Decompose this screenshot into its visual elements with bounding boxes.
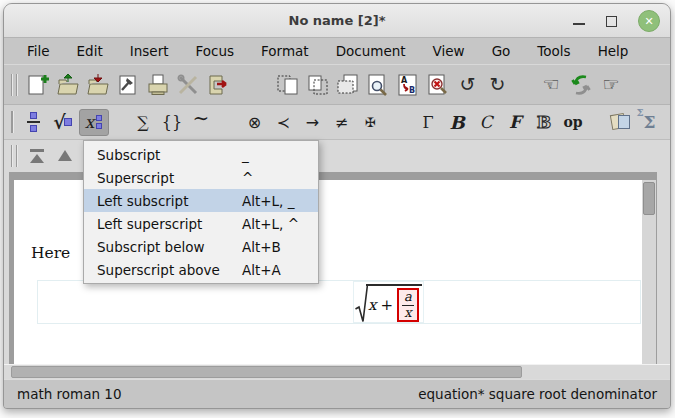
denominator: x bbox=[402, 306, 413, 320]
prec-button[interactable]: ≺ bbox=[271, 109, 297, 136]
menu-bar: File Edit Insert Focus Format Document V… bbox=[4, 38, 670, 64]
equation-environment[interactable]: x + a x bbox=[37, 280, 641, 324]
spell-check-button[interactable] bbox=[425, 71, 450, 98]
redo-button[interactable]: ↻ bbox=[485, 71, 510, 98]
plus-operator: + bbox=[380, 296, 393, 314]
menu-item-subscript[interactable]: Subscript _ bbox=[84, 143, 318, 166]
open-document-button[interactable] bbox=[56, 71, 81, 98]
menu-format[interactable]: Format bbox=[261, 43, 309, 59]
top-triangle-icon bbox=[28, 148, 46, 164]
greek-style-button[interactable]: Γ bbox=[415, 109, 441, 136]
menu-item-superscript[interactable]: Superscript ^ bbox=[84, 166, 318, 189]
fraktur-style-button[interactable]: F bbox=[502, 109, 528, 136]
replace-b-label: B bbox=[409, 86, 415, 95]
bold-b-icon: B bbox=[449, 112, 464, 133]
previous-button[interactable] bbox=[53, 144, 77, 168]
menu-item-left-superscript[interactable]: Left superscript Alt+L, ^ bbox=[84, 212, 318, 235]
operator-style-button[interactable]: op bbox=[560, 109, 586, 136]
neq-button[interactable]: ≠ bbox=[329, 109, 355, 136]
tools-icon bbox=[176, 73, 200, 97]
menu-view[interactable]: View bbox=[433, 43, 465, 59]
blackboard-style-button[interactable]: B bbox=[531, 109, 557, 136]
search-button[interactable] bbox=[365, 71, 390, 98]
menu-go[interactable]: Go bbox=[492, 43, 511, 59]
toolbar-grip[interactable] bbox=[11, 111, 13, 133]
minimize-button[interactable] bbox=[573, 23, 585, 25]
large-operator-button[interactable]: ΣΣ bbox=[637, 109, 663, 136]
arrow-button[interactable]: → bbox=[300, 109, 326, 136]
customize-math-button[interactable]: Σ bbox=[666, 109, 672, 136]
redo-icon: ↻ bbox=[490, 75, 506, 94]
cut-button[interactable] bbox=[335, 71, 360, 98]
document-text[interactable]: Here bbox=[31, 244, 70, 262]
vertical-scrollbar-thumb[interactable] bbox=[643, 182, 655, 215]
braces-button[interactable]: {} bbox=[159, 109, 185, 136]
scripts-button[interactable]: x bbox=[79, 109, 109, 136]
arrow-icon: → bbox=[306, 113, 319, 132]
accent-icon: ∼ bbox=[193, 106, 210, 130]
style-document-button[interactable] bbox=[116, 71, 141, 98]
save-document-button[interactable] bbox=[86, 71, 111, 98]
menu-item-subscript-below[interactable]: Subscript below Alt+B bbox=[84, 235, 318, 258]
menu-document[interactable]: Document bbox=[336, 43, 406, 59]
maximize-button[interactable] bbox=[606, 16, 617, 27]
reload-button[interactable] bbox=[569, 71, 594, 98]
op-icon: op bbox=[563, 114, 582, 130]
otimes-button[interactable]: ⊗ bbox=[242, 109, 268, 136]
blackboard-b-icon: B bbox=[537, 112, 551, 132]
paste-icon bbox=[306, 73, 330, 97]
preferences-button[interactable] bbox=[176, 71, 201, 98]
menu-insert[interactable]: Insert bbox=[130, 43, 169, 59]
save-document-icon bbox=[86, 73, 110, 97]
calligraphic-style-button[interactable]: C bbox=[473, 109, 499, 136]
menu-item-superscript-above[interactable]: Superscript above Alt+A bbox=[84, 258, 318, 281]
shortcut-label: ^ bbox=[242, 170, 253, 186]
math-toolbar: √ x ∑ {} ∼ ⊗ ≺ → ≠ ✠ Γ B C F B op ΣΣ bbox=[4, 104, 670, 139]
menu-tools[interactable]: Tools bbox=[537, 43, 570, 59]
prec-icon: ≺ bbox=[277, 113, 290, 132]
undo-button[interactable]: ↺ bbox=[455, 71, 480, 98]
forward-button[interactable]: ☞ bbox=[599, 71, 624, 98]
menu-item-left-subscript[interactable]: Left subscript Alt+L, _ bbox=[84, 189, 318, 212]
search-icon bbox=[366, 73, 390, 97]
export-button[interactable] bbox=[206, 71, 231, 98]
sum-icon: ∑ bbox=[137, 113, 148, 132]
texmacs-window: No name [2]* ✕ File Edit Insert Focus Fo… bbox=[3, 3, 671, 409]
shortcut-label: Alt+L, _ bbox=[242, 193, 294, 209]
vertical-scrollbar[interactable] bbox=[642, 180, 656, 364]
reload-icon bbox=[569, 73, 593, 97]
undo-icon: ↺ bbox=[460, 75, 476, 94]
paste-button[interactable] bbox=[305, 71, 330, 98]
horizontal-scrollbar[interactable] bbox=[4, 364, 670, 379]
horizontal-scrollbar-thumb[interactable] bbox=[11, 366, 522, 378]
new-document-button[interactable] bbox=[26, 71, 51, 98]
menu-focus[interactable]: Focus bbox=[195, 43, 234, 59]
accent-button[interactable]: ∼ bbox=[188, 109, 214, 136]
menu-file[interactable]: File bbox=[27, 43, 50, 59]
fraction-icon bbox=[27, 112, 40, 132]
formula[interactable]: x + a x bbox=[353, 281, 424, 323]
print-button[interactable] bbox=[146, 71, 171, 98]
status-left: math roman 10 bbox=[17, 386, 122, 402]
exit-upward-button[interactable] bbox=[25, 144, 49, 168]
back-button[interactable]: ☜ bbox=[539, 71, 564, 98]
sum-button[interactable]: ∑ bbox=[130, 109, 156, 136]
selected-fraction[interactable]: a x bbox=[397, 288, 419, 322]
scripts-icon: x bbox=[85, 112, 103, 132]
toolbar-grip[interactable] bbox=[11, 145, 17, 167]
open-document-icon bbox=[56, 73, 80, 97]
square-root-icon: √ bbox=[53, 111, 72, 133]
fraction-button[interactable] bbox=[21, 109, 47, 136]
menu-edit[interactable]: Edit bbox=[77, 43, 103, 59]
replace-button[interactable]: AB bbox=[395, 71, 420, 98]
maltese-button[interactable]: ✠ bbox=[358, 109, 384, 136]
square-root-button[interactable]: √ bbox=[50, 109, 76, 136]
close-button[interactable]: ✕ bbox=[638, 10, 660, 32]
copy-button[interactable] bbox=[275, 71, 300, 98]
title-bar[interactable]: No name [2]* ✕ bbox=[4, 4, 670, 38]
menu-help[interactable]: Help bbox=[598, 43, 629, 59]
mode-switch-button[interactable] bbox=[608, 109, 634, 136]
toolbar-grip[interactable] bbox=[11, 74, 17, 96]
bold-style-button[interactable]: B bbox=[444, 109, 470, 136]
shortcut-label: Alt+B bbox=[242, 239, 281, 255]
